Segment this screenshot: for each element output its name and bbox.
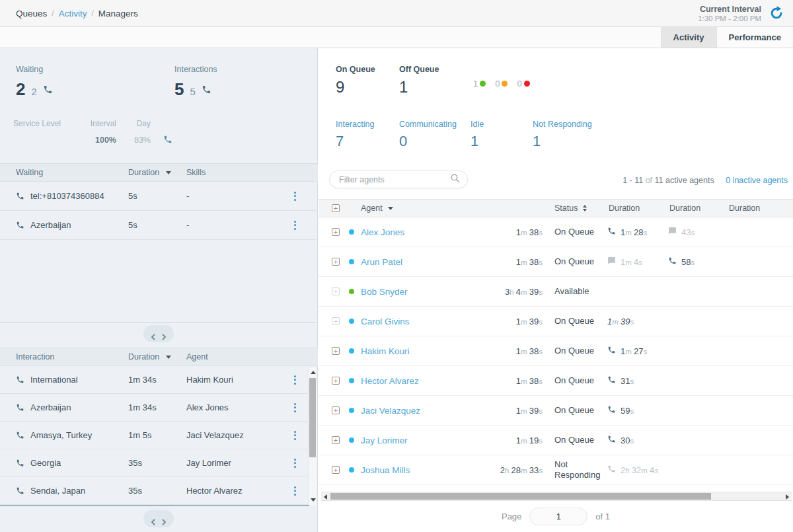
row-menu-icon[interactable] xyxy=(289,431,301,440)
expand-all-icon[interactable]: + xyxy=(332,204,340,212)
agent-row[interactable]: +Bob Snyder3h 4m 39sAvailable xyxy=(319,277,793,307)
agent-row[interactable]: +Jaci Velazquez1m 39sOn Queue59s xyxy=(319,396,793,426)
expand-row-icon[interactable]: + xyxy=(332,406,340,414)
service-level-interval-label: Interval xyxy=(79,119,116,128)
interaction-row[interactable]: International1m 34sHakim Kouri xyxy=(0,366,318,394)
expand-row-icon[interactable]: + xyxy=(332,317,340,325)
agent-name-link[interactable]: Bob Snyder xyxy=(361,287,492,297)
expand-row-icon[interactable]: + xyxy=(332,287,340,295)
filter-agents-input[interactable] xyxy=(339,175,450,184)
waiting-row[interactable]: Azerbaijan5s- xyxy=(0,211,318,240)
agent-name-link[interactable]: Carol Givins xyxy=(361,317,492,326)
interaction-scrollbar[interactable] xyxy=(308,367,317,505)
interactions-count: 5 xyxy=(174,79,184,100)
agent-name-link[interactable]: Jay Lorimer xyxy=(361,436,492,445)
agent-name-link[interactable]: Arun Patel xyxy=(361,257,492,267)
agent-name-link[interactable]: Joshua Mills xyxy=(361,465,492,475)
row-menu-icon[interactable] xyxy=(289,375,301,385)
agent-row[interactable]: +Alex Jones1m 38sOn Queue1m 28s43s xyxy=(319,217,793,247)
agent-row[interactable]: +Arun Patel1m 38sOn Queue1m 4s58s xyxy=(319,247,793,277)
interaction-row[interactable]: Azerbaijan1m 34sAlex Jones xyxy=(0,394,318,422)
filter-agents-field[interactable] xyxy=(329,171,468,188)
breadcrumb-separator: / xyxy=(91,9,93,18)
presence-count: 0 xyxy=(517,79,521,89)
phone-icon xyxy=(607,227,616,237)
agent-name-link[interactable]: Hector Alvarez xyxy=(361,376,492,386)
scroll-up-icon[interactable] xyxy=(311,371,316,374)
agent-status: On Queue xyxy=(552,316,607,326)
breadcrumb-queues[interactable]: Queues xyxy=(16,9,47,19)
waiting-row[interactable]: tel:+8103743608845s- xyxy=(0,182,318,211)
queue-summary-panel: Waiting 2 2 Interactions 5 5 Service Lev… xyxy=(0,48,318,532)
row-menu-icon[interactable] xyxy=(289,403,301,412)
expand-row-icon[interactable]: + xyxy=(332,228,340,236)
scroll-down-icon[interactable] xyxy=(311,498,316,502)
agent-name-link[interactable]: Hakim Kouri xyxy=(361,346,492,356)
top-bar: Queues / Activity / Managers Current Int… xyxy=(0,0,793,27)
sort-desc-icon[interactable] xyxy=(166,356,171,359)
waiting-voice-count: 2 xyxy=(31,86,36,97)
page-prev-icon[interactable] xyxy=(151,516,156,521)
waiting-skills: - xyxy=(186,191,289,201)
sort-desc-icon[interactable] xyxy=(388,207,393,210)
interactions-voice-count: 5 xyxy=(190,86,195,97)
agent-name-link[interactable]: Alex Jones xyxy=(361,227,492,237)
presence-dot-stat: 0 xyxy=(495,79,508,89)
agent-status-dot xyxy=(349,467,354,473)
on-queue-value: 9 xyxy=(336,78,375,96)
scroll-left-icon[interactable] xyxy=(324,494,327,500)
row-menu-icon[interactable] xyxy=(289,459,301,468)
agent-status: On Queue xyxy=(552,375,607,386)
page-number-input[interactable] xyxy=(529,508,587,525)
expand-row-icon[interactable]: + xyxy=(332,377,340,385)
interaction-name: Sendai, Japan xyxy=(30,486,128,496)
interaction-row[interactable]: Georgia35sJay Lorimer xyxy=(0,449,318,477)
interaction-row[interactable]: Amasya, Turkey1m 5sJaci Velazquez xyxy=(0,422,318,449)
expand-row-icon[interactable]: + xyxy=(332,347,340,355)
agent-name-link[interactable]: Jaci Velazquez xyxy=(361,406,492,416)
expand-row-icon[interactable]: + xyxy=(332,436,340,444)
tab-activity[interactable]: Activity xyxy=(661,27,716,48)
sort-icon[interactable] xyxy=(583,205,587,211)
interaction-row[interactable]: Sendai, Japan35sHector Alvarez xyxy=(0,477,318,505)
refresh-icon[interactable] xyxy=(769,6,784,20)
off-queue-label: Off Queue xyxy=(399,65,439,74)
inactive-agents-link[interactable]: 0 inactive agents xyxy=(726,176,788,185)
agent-row[interactable]: +Jay Lorimer1m 19sOn Queue30s xyxy=(319,426,793,455)
breadcrumb-activity[interactable]: Activity xyxy=(59,9,87,19)
agent-row[interactable]: +Carol Givins1m 39sOn Queue1m 39s xyxy=(319,307,793,336)
row-menu-icon[interactable] xyxy=(289,221,301,230)
expand-row-icon[interactable]: + xyxy=(332,258,340,266)
interval-header: Current Interval 1:30 PM - 2:00 PM xyxy=(698,5,784,22)
tab-performance[interactable]: Performance xyxy=(716,27,793,48)
page-next-icon[interactable] xyxy=(161,516,167,521)
waiting-count: 2 xyxy=(16,79,25,100)
row-menu-icon[interactable] xyxy=(289,192,301,201)
waiting-stat: Waiting 2 2 xyxy=(16,65,53,100)
phone-icon xyxy=(668,256,677,267)
row-menu-icon[interactable] xyxy=(289,486,301,496)
col-agent: Agent xyxy=(186,352,289,361)
time-in-status: 1m 38s xyxy=(492,346,552,356)
sort-desc-icon[interactable] xyxy=(166,171,171,174)
waiting-skills: - xyxy=(186,220,289,230)
agent-row[interactable]: +Joshua Mills2h 28m 33sNot Responding2h … xyxy=(319,455,793,485)
current-interval-time: 1:30 PM - 2:00 PM xyxy=(698,15,761,22)
scroll-right-icon[interactable] xyxy=(786,494,789,500)
scrollbar-thumb[interactable] xyxy=(309,378,316,457)
interaction-table-header: Interaction Duration Agent xyxy=(0,348,318,366)
expand-row-icon[interactable]: + xyxy=(332,466,340,474)
scrollbar-thumb[interactable] xyxy=(330,493,711,500)
agent-table-scrollbar[interactable] xyxy=(321,492,792,501)
phone-icon xyxy=(607,465,616,475)
agent-row[interactable]: +Hector Alvarez1m 38sOn Queue31s xyxy=(319,366,793,396)
page-prev-icon[interactable] xyxy=(151,331,156,336)
state-value: 1 xyxy=(471,133,484,150)
agent-row[interactable]: +Hakim Kouri1m 38sOn Queue1m 27s xyxy=(319,336,793,366)
presence-dot-stat: 1 xyxy=(473,79,486,89)
interactions-stat-label: Interactions xyxy=(174,65,217,74)
agent-state-stat: Not Responding1 xyxy=(533,120,592,150)
service-level-interval-value: 100% xyxy=(79,135,116,145)
page-next-icon[interactable] xyxy=(161,331,167,336)
agent-status-dot xyxy=(349,259,354,264)
